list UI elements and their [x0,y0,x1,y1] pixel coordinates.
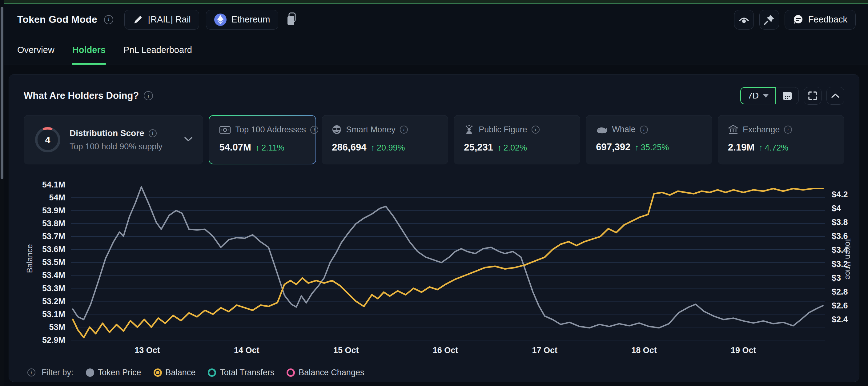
info-icon[interactable]: i [640,126,648,133]
scrollbar-thumb[interactable] [1,7,3,179]
stat-card-public-figure[interactable]: Public Figure i 25,231 ↑2.02% [454,115,580,165]
stat-card-exchange[interactable]: Exchange i 2.19M ↑4.72% [718,115,844,165]
legend-label: Total Transfers [220,368,274,377]
whale-icon [596,125,608,134]
stat-card-label: Exchange [743,125,780,135]
legend-label: Token Price [98,368,141,377]
svg-text:$2.8: $2.8 [832,287,848,296]
svg-text:53M: 53M [49,323,65,332]
stat-card-label: Public Figure [478,125,527,135]
svg-text:53.6M: 53.6M [42,245,65,254]
chart-filter-legend: i Filter by: Token Price Balance Total T… [27,364,844,381]
total-transfers-ring-icon [208,368,216,377]
range-dropdown[interactable]: 7D [740,87,776,105]
info-icon[interactable]: i [532,126,539,133]
token-select-button[interactable]: [RAIL] Rail [124,10,199,30]
legend-item-balance[interactable]: Balance [151,368,199,377]
info-icon[interactable]: i [144,91,153,100]
main-content: What Are Holders Doing? i 7D [0,65,868,382]
tab-overview[interactable]: Overview [17,35,55,65]
stat-card-value: 54.07M [219,142,251,153]
stat-card-whale[interactable]: Whale i 697,392 ↑35.25% [586,115,712,165]
svg-text:16 Oct: 16 Oct [433,346,458,355]
stat-card-change: 20.99% [377,143,405,153]
svg-text:53.2M: 53.2M [42,297,65,306]
bank-icon [728,125,738,135]
stat-cards-row: 4 Distribution Score i Top 100 hold 90% … [24,115,844,165]
tab-holders[interactable]: Holders [72,35,105,65]
info-icon[interactable]: i [310,126,318,134]
svg-text:53.3M: 53.3M [42,284,65,293]
svg-text:$4: $4 [832,204,841,213]
svg-text:19 Oct: 19 Oct [731,346,756,355]
panel-header: What Are Holders Doing? i 7D [24,87,844,105]
up-arrow-icon: ↑ [497,143,502,153]
speech-bubble-icon [793,14,804,25]
stat-card-top100-addresses[interactable]: Top 100 Addresses i 54.07M ↑2.11% [209,116,315,164]
watchlist-eye-button[interactable] [734,10,754,30]
stat-card-label: Top 100 Addresses [235,125,306,135]
feedback-label: Feedback [808,14,847,25]
svg-text:14 Oct: 14 Oct [234,346,259,355]
info-icon[interactable]: i [400,126,408,133]
app-header: Token God Mode i [RAIL] Rail Ethereum [0,4,868,35]
stat-card-value: 286,694 [332,142,366,153]
calendar-button[interactable] [776,87,799,105]
feedback-button[interactable]: Feedback [784,10,856,30]
public-figure-icon [464,125,474,135]
legend-item-token-price[interactable]: Token Price [83,368,144,377]
header-actions: Feedback [734,10,856,30]
svg-text:52.9M: 52.9M [42,335,65,345]
stat-card-value: 2.19M [728,142,754,153]
money-icon [219,126,231,134]
distribution-score-gauge: 4 [34,126,62,154]
legend-item-balance-changes[interactable]: Balance Changes [283,368,367,377]
range-value: 7D [748,91,759,101]
copy-icon[interactable] [285,12,299,27]
smart-money-icon [332,125,342,135]
info-icon[interactable]: i [104,15,113,24]
stat-card-value: 25,231 [464,142,493,153]
chevron-down-icon[interactable] [184,136,193,143]
stat-card-smart-money[interactable]: Smart Money i 286,694 ↑20.99% [322,115,448,165]
legend-label: Balance Changes [299,368,364,377]
svg-text:53.1M: 53.1M [42,310,65,319]
svg-text:Token Price: Token Price [844,238,850,279]
token-price-dot-icon [86,368,94,377]
svg-text:15 Oct: 15 Oct [333,346,359,355]
svg-text:$3.8: $3.8 [832,218,848,227]
token-select-label: [RAIL] Rail [148,14,191,25]
tab-pnl-leaderboard[interactable]: PnL Leaderboard [123,35,192,65]
collapse-button[interactable] [827,87,844,105]
balance-vs-price-line-chart[interactable]: 54.1M54M53.9M53.8M53.7M53.6M53.5M53.4M53… [18,172,850,361]
svg-text:$2.6: $2.6 [832,301,848,310]
legend-label: Balance [165,368,196,377]
date-range-control: 7D [740,87,799,105]
holders-chart: 54.1M54M53.9M53.8M53.7M53.6M53.5M53.4M53… [18,172,850,361]
pin-button[interactable] [760,10,779,30]
up-arrow-icon: ↑ [759,143,763,153]
stat-card-change: 4.72% [765,143,788,153]
info-icon[interactable]: i [784,126,792,133]
info-icon[interactable]: i [149,129,157,137]
stat-card-value: 697,392 [596,142,630,153]
distribution-score-subtitle: Top 100 hold 90% supply [69,142,176,151]
holders-activity-panel: What Are Holders Doing? i 7D [9,74,859,382]
stat-card-distribution-score[interactable]: 4 Distribution Score i Top 100 hold 90% … [24,115,203,165]
svg-text:53.5M: 53.5M [42,258,65,267]
chart-controls: 7D [740,87,844,105]
up-arrow-icon: ↑ [371,143,375,153]
fullscreen-button[interactable] [804,87,822,105]
stat-card-label: Whale [612,125,636,134]
stat-card-change: 35.25% [641,143,669,152]
tab-bar: Overview Holders PnL Leaderboard [0,35,868,65]
chain-select-button[interactable]: Ethereum [206,10,279,30]
ethereum-icon [214,13,226,26]
legend-item-total-transfers[interactable]: Total Transfers [205,368,277,377]
window-scrollbar[interactable] [0,0,4,386]
stat-card-change: 2.11% [261,143,284,153]
svg-text:54.1M: 54.1M [42,180,65,189]
panel-title: What Are Holders Doing? [24,90,139,101]
svg-text:53.8M: 53.8M [42,219,65,228]
info-icon[interactable]: i [27,368,35,377]
